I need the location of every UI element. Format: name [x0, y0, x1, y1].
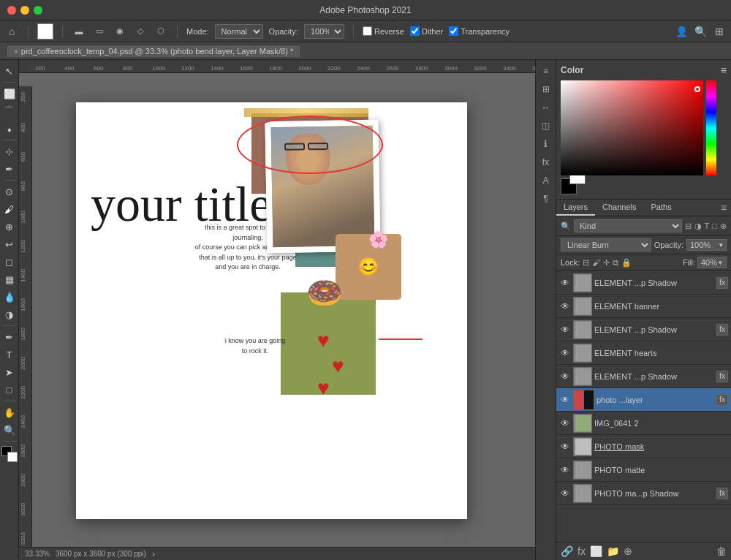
tab-channels[interactable]: Channels: [595, 200, 643, 216]
shape-tool[interactable]: □: [1, 382, 18, 398]
layer-item-photo-shadow[interactable]: 👁 PHOTO ma...p Shadow fx: [556, 482, 731, 505]
gradient-icon-5[interactable]: ⬡: [154, 24, 168, 39]
foreground-bg-swatches[interactable]: [1, 446, 18, 462]
path-select-tool[interactable]: ➤: [1, 364, 18, 380]
home-icon[interactable]: ⌂: [4, 24, 19, 39]
panel-icon-layers[interactable]: ≡: [538, 63, 554, 79]
color-gradient-field[interactable]: [561, 80, 703, 175]
close-button[interactable]: [7, 6, 16, 15]
add-effect-btn[interactable]: fx: [577, 545, 586, 557]
minimize-button[interactable]: [20, 6, 29, 15]
opacity-field[interactable]: 100% ▾: [686, 239, 727, 251]
tab-close-icon[interactable]: ×: [14, 48, 18, 56]
layer-item-element-shadow-3[interactable]: 👁 ELEMENT ...p Shadow fx: [556, 365, 731, 388]
visibility-eye-5[interactable]: 👁: [559, 371, 571, 382]
layer-item-img-0641[interactable]: 👁 IMG_0641 2: [556, 412, 731, 435]
move-tool[interactable]: ↖: [1, 63, 18, 79]
layer-item-photo-matte[interactable]: 👁 PHOTO matte: [556, 458, 731, 482]
visibility-eye-4[interactable]: 👁: [559, 347, 571, 359]
panel-icon-style[interactable]: A: [538, 173, 554, 189]
delete-layer-btn[interactable]: 🗑: [716, 545, 727, 557]
layer-item-element-hearts[interactable]: 👁 ELEMENT hearts: [556, 341, 731, 365]
layer-item-photo-mask[interactable]: 👁 PHOTO mask: [556, 435, 731, 458]
color-picker[interactable]: [561, 80, 727, 175]
visibility-eye-1[interactable]: 👁: [559, 277, 571, 289]
filter-adjustment-icon[interactable]: ◑: [694, 222, 702, 231]
visibility-eye-6[interactable]: 👁: [559, 394, 571, 406]
visibility-eye-2[interactable]: 👁: [559, 300, 571, 312]
lasso-tool[interactable]: ⌒: [1, 103, 18, 119]
panel-icon-effects[interactable]: fx: [538, 154, 554, 170]
search-icon[interactable]: 🔍: [693, 24, 708, 39]
filter-kind-select[interactable]: Kind: [574, 219, 682, 232]
panel-icon-move[interactable]: ↔: [538, 99, 554, 116]
gradient-tool[interactable]: ▦: [1, 271, 18, 287]
brush-tool[interactable]: 🖌: [1, 201, 18, 217]
visibility-eye-8[interactable]: 👁: [559, 441, 571, 453]
type-tool[interactable]: T: [1, 347, 18, 363]
layers-panel-menu[interactable]: ≡: [721, 200, 731, 216]
add-mask-btn[interactable]: ⬜: [590, 545, 602, 557]
filter-shape-icon[interactable]: □: [712, 222, 717, 231]
tab-layers[interactable]: Layers: [556, 200, 595, 216]
visibility-eye-9[interactable]: 👁: [559, 464, 571, 476]
gradient-icon-2[interactable]: ▭: [92, 24, 107, 39]
eyedropper-tool[interactable]: ✒: [1, 161, 18, 177]
fill-value[interactable]: 40% ▾: [697, 257, 727, 268]
clone-stamp-tool[interactable]: ⊕: [1, 219, 18, 235]
panel-icon-info[interactable]: ℹ: [538, 136, 554, 152]
new-group-btn[interactable]: 📁: [607, 545, 619, 557]
opacity-select[interactable]: 100%: [304, 24, 344, 39]
gradient-icon-1[interactable]: ▬: [72, 24, 86, 39]
transparency-checkbox[interactable]: Transparency: [449, 26, 510, 36]
mode-select[interactable]: Normal: [215, 24, 263, 39]
filter-pixel-icon[interactable]: ⊟: [685, 222, 692, 231]
canvas-viewport[interactable]: your title this is a great spot to put y…: [32, 73, 535, 547]
panel-icon-paragraph[interactable]: ¶: [538, 191, 554, 207]
gradient-icon-3[interactable]: ◉: [113, 24, 127, 39]
rectangular-marquee-tool[interactable]: ⬜: [1, 86, 18, 102]
blend-mode-select[interactable]: Linear Burn: [561, 238, 651, 251]
dodge-tool[interactable]: ◑: [1, 306, 18, 322]
lock-pixel-icon[interactable]: ⊟: [583, 258, 589, 268]
zoom-tool[interactable]: 🔍: [1, 422, 18, 438]
panel-icon-transform[interactable]: ◫: [538, 118, 554, 134]
visibility-eye-3[interactable]: 👁: [559, 324, 571, 336]
lock-paint-icon[interactable]: 🖌: [592, 258, 600, 268]
layer-item-element-shadow-2[interactable]: 👁 ELEMENT ...p Shadow fx: [556, 318, 731, 341]
new-layer-btn[interactable]: ⊕: [624, 545, 632, 557]
layers-list[interactable]: 👁 ELEMENT ...p Shadow fx 👁 ELEMENT banne…: [556, 271, 731, 542]
maximize-button[interactable]: [34, 6, 42, 15]
pen-tool[interactable]: ✒: [1, 329, 18, 345]
gradient-icon-4[interactable]: ◇: [133, 24, 148, 39]
user-icon[interactable]: 👤: [674, 24, 689, 39]
layer-item-element-shadow-1[interactable]: 👁 ELEMENT ...p Shadow fx: [556, 271, 731, 295]
lock-all-icon[interactable]: 🔒: [621, 258, 632, 268]
filter-smart-icon[interactable]: ⊕: [720, 222, 727, 231]
layer-item-element-banner[interactable]: 👁 ELEMENT banner: [556, 295, 731, 318]
color-panel-menu[interactable]: ≡: [721, 64, 727, 76]
color-spectrum-bar[interactable]: [706, 80, 716, 175]
visibility-eye-10[interactable]: 👁: [559, 488, 571, 499]
blur-tool[interactable]: 💧: [1, 289, 18, 305]
layer-item-photo-layer[interactable]: 👁 photo ...layer fx: [556, 388, 731, 412]
hand-tool[interactable]: ✋: [1, 404, 18, 420]
dither-checkbox[interactable]: Dither: [410, 26, 443, 36]
layout-icon[interactable]: ⊞: [712, 24, 727, 39]
nav-arrow[interactable]: ›: [152, 549, 155, 559]
filter-type-icon[interactable]: T: [705, 222, 710, 231]
foreground-swatch[interactable]: [37, 23, 53, 39]
reverse-checkbox[interactable]: Reverse: [363, 26, 404, 36]
visibility-eye-7[interactable]: 👁: [559, 417, 571, 429]
lock-artboard-icon[interactable]: ⧉: [613, 258, 618, 268]
quick-select-tool[interactable]: ⬧: [1, 121, 18, 137]
panel-icon-properties[interactable]: ⊞: [538, 81, 554, 97]
document-tab[interactable]: × prd_coffeeoclock_temp_04.psd @ 33.3% (…: [6, 45, 301, 57]
history-brush-tool[interactable]: ↩: [1, 236, 18, 252]
eraser-tool[interactable]: ◻: [1, 254, 18, 270]
crop-tool[interactable]: ⊹: [1, 143, 18, 159]
spot-heal-tool[interactable]: ⊙: [1, 183, 18, 200]
lock-position-icon[interactable]: ✛: [603, 258, 610, 268]
link-layers-btn[interactable]: 🔗: [561, 545, 573, 557]
tab-paths[interactable]: Paths: [644, 200, 679, 216]
